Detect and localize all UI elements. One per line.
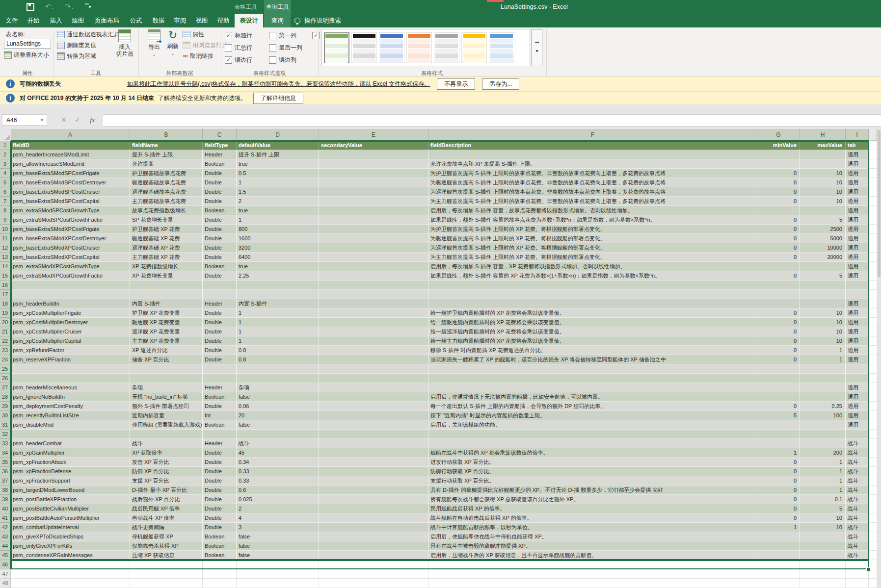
cell-G33[interactable] — [757, 439, 800, 448]
cell-G29[interactable]: 0 — [757, 402, 800, 411]
cell-I48[interactable] — [846, 579, 869, 588]
csv-warning-message-link[interactable]: 如果将此工作簿以逗号分隔(.csv)格式保存，则某些功能可能会丢失。若要保留这些… — [127, 80, 430, 88]
cell-D22[interactable]: 1 — [237, 336, 319, 346]
cell-G34[interactable]: 1 — [757, 448, 800, 458]
cell-A29[interactable]: psm_deploymentCostPenalty — [11, 402, 130, 411]
cell-G28[interactable] — [757, 392, 800, 402]
cell-E38[interactable] — [319, 486, 428, 495]
cell-B19[interactable]: 护卫舰 XP 花费变量 — [130, 308, 203, 318]
cell-I8[interactable]: 通用 — [846, 206, 869, 215]
cell-blank[interactable] — [869, 448, 877, 458]
cell-blank[interactable] — [869, 299, 877, 308]
cell-G24[interactable]: 0 — [757, 355, 800, 364]
cell-I27[interactable]: 通用 — [846, 383, 869, 392]
cell-D32[interactable] — [237, 430, 319, 439]
cell-F38[interactable]: 具有 D-插件 的敌舰提供比完好舰船更少的 XP。不过无论 D-插 数量多少，它… — [428, 486, 757, 495]
cell-B39[interactable]: 战后额外 XP 百分比 — [130, 495, 203, 504]
cell-D41[interactable]: 4 — [237, 513, 319, 523]
cell-B47[interactable] — [130, 569, 203, 579]
row-header-4[interactable]: 4 — [0, 169, 11, 178]
cell-D29[interactable]: 0.06 — [237, 402, 319, 411]
cell-blank[interactable] — [869, 169, 877, 178]
cell-F40[interactable]: 民用舰船战后获得 XP 的倍率。 — [428, 504, 757, 513]
cell-A28[interactable]: psm_IgnoreNoBuildIn — [11, 392, 130, 402]
cell-blank[interactable] — [869, 281, 877, 290]
cell-F14[interactable]: 启用后，每次增加 S-插件 容量，XP 花费都将以指数形式增加。否则以线性增加。 — [428, 262, 757, 271]
cell-H20[interactable]: 10 — [800, 318, 846, 327]
cell-G10[interactable]: 0 — [757, 225, 800, 234]
cell-C13[interactable]: Double — [203, 253, 237, 262]
cell-G40[interactable]: 0 — [757, 504, 800, 513]
cell-H15[interactable]: 5 — [800, 271, 846, 281]
row-header-10[interactable]: 10 — [0, 225, 11, 234]
cell-A8[interactable]: psm_extraSModSPCostGrowthType — [11, 206, 130, 215]
checkbox-镶边行[interactable]: ✓镶边行 — [225, 56, 252, 64]
cell-C15[interactable]: Double — [203, 271, 237, 281]
cell-F9[interactable]: 如果是线性，额外 S-插件 容量的故事点花费为基数+系数*n；如果是指数，则为基… — [428, 215, 757, 225]
cell-A21[interactable]: psm_xpCostMultiplierCruiser — [11, 327, 130, 336]
row-header-18[interactable]: 18 — [0, 299, 11, 308]
cell-I14[interactable]: 通用 — [846, 262, 869, 271]
cell-A18[interactable]: psm_headerBuildIn — [11, 299, 130, 308]
cell-A1[interactable]: fieldID — [11, 141, 130, 150]
cell-H3[interactable] — [800, 159, 846, 169]
cell-D46[interactable] — [237, 560, 319, 569]
cell-F10[interactable]: 为护卫舰首次提高 S-插件 上限时的 XP 花费。将根据舰船的部署点变化。 — [428, 225, 757, 234]
cell-A12[interactable]: psm_baseExtraSModXPCostCruiser — [11, 243, 130, 253]
cell-A5[interactable]: psm_baseExtraSModSPCostDestroyer — [11, 178, 130, 187]
cell-G31[interactable] — [757, 420, 800, 430]
cell-G41[interactable]: 0 — [757, 513, 800, 523]
row-header-44[interactable]: 44 — [0, 541, 11, 551]
cell-F36[interactable]: 防御行动获取 XP 百分比。 — [428, 467, 757, 476]
cell-blank[interactable] — [869, 579, 877, 588]
cell-E28[interactable] — [319, 392, 428, 402]
formula-input[interactable] — [103, 114, 881, 127]
cell-I32[interactable] — [846, 430, 869, 439]
cell-H12[interactable]: 10000 — [800, 243, 846, 253]
unlink-button[interactable]: ⚮ 取消链接 — [183, 52, 214, 60]
row-header-25[interactable]: 25 — [0, 364, 11, 374]
cell-E40[interactable] — [319, 504, 428, 513]
cell-F7[interactable]: 为主力舰首次提高 S-插件 上限时的故事点花费。非整数的故事点花费向上取整，多花… — [428, 197, 757, 206]
cell-A14[interactable]: psm_extraSModXPCostGrowthType — [11, 262, 130, 271]
cell-C46[interactable] — [203, 560, 237, 569]
cell-C21[interactable]: Double — [203, 327, 237, 336]
cell-H38[interactable]: 1 — [800, 486, 846, 495]
cell-C3[interactable]: Boolean — [203, 159, 237, 169]
cell-A40[interactable]: psm_postBattleCivilianMultiplier — [11, 504, 130, 513]
cell-B18[interactable]: 内置 S-插件 — [130, 299, 203, 308]
row-header-19[interactable]: 19 — [0, 308, 11, 318]
cell-D6[interactable]: 1.5 — [237, 187, 319, 197]
cell-blank[interactable] — [869, 383, 877, 392]
cell-E7[interactable] — [319, 197, 428, 206]
cell-E2[interactable] — [319, 150, 428, 159]
row-header-2[interactable]: 2 — [0, 150, 11, 159]
cell-B27[interactable]: 杂项 — [130, 383, 203, 392]
cell-D43[interactable]: false — [237, 532, 319, 541]
cell-E20[interactable] — [319, 318, 428, 327]
cell-F41[interactable]: 战斗舰船在自动追击战后获得 XP 的倍率。 — [428, 513, 757, 523]
cell-blank[interactable] — [869, 225, 877, 234]
cell-B43[interactable]: 停机舰船获得 XP — [130, 532, 203, 541]
cell-A17[interactable] — [11, 290, 130, 299]
cell-F15[interactable]: 如果是线性，额外 S-插件 容量的 XP 花费为基数×(1+系数×n)；如果是指… — [428, 271, 757, 281]
cell-blank[interactable] — [869, 262, 877, 271]
row-header-5[interactable]: 5 — [0, 178, 11, 187]
cell-D5[interactable]: 1 — [237, 178, 319, 187]
cell-E4[interactable] — [319, 169, 428, 178]
row-header-43[interactable]: 43 — [0, 532, 11, 541]
undo-icon[interactable]: ↶⌄ — [45, 0, 54, 15]
cell-E16[interactable] — [319, 281, 428, 290]
cell-A48[interactable] — [11, 579, 130, 588]
row-header-13[interactable]: 13 — [0, 253, 11, 262]
cell-B44[interactable]: 仅能靠击杀获得 XP — [130, 541, 203, 551]
cell-F32[interactable] — [428, 430, 757, 439]
cell-H46[interactable] — [800, 560, 846, 569]
cell-H27[interactable] — [800, 383, 846, 392]
tab-帮助[interactable]: 帮助 — [215, 14, 232, 27]
row-header-8[interactable]: 8 — [0, 206, 11, 215]
cell-H14[interactable] — [800, 262, 846, 271]
cell-E48[interactable] — [319, 579, 428, 588]
cell-A10[interactable]: psm_baseExtraSModXPCostFrigate — [11, 225, 130, 234]
cell-H24[interactable]: 1 — [800, 355, 846, 364]
